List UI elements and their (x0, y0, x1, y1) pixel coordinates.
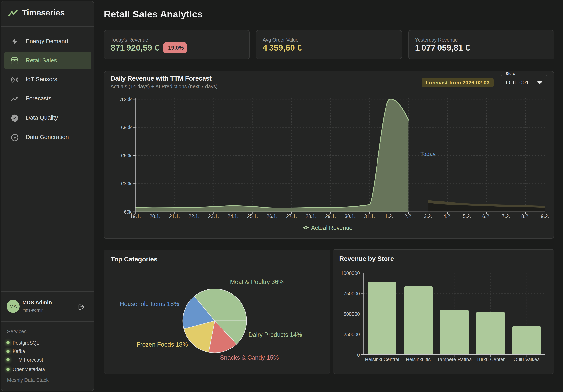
svg-text:Today: Today (420, 151, 436, 157)
svg-text:Frozen Foods 18%: Frozen Foods 18% (137, 341, 188, 348)
svg-text:4.2.: 4.2. (443, 213, 451, 219)
svg-text:Turku Center: Turku Center (476, 357, 505, 362)
svg-text:Meat & Poultry 36%: Meat & Poultry 36% (230, 278, 284, 285)
svg-text:27.1.: 27.1. (286, 213, 297, 219)
svg-text:1.2.: 1.2. (385, 213, 393, 219)
svg-text:9.2.: 9.2. (541, 213, 549, 219)
svg-text:23.1.: 23.1. (208, 213, 219, 219)
svg-text:7.2.: 7.2. (502, 213, 510, 219)
svg-text:6.2.: 6.2. (483, 213, 491, 219)
svg-text:30.1.: 30.1. (345, 213, 356, 219)
svg-text:Helsinki Central: Helsinki Central (365, 357, 399, 362)
svg-text:29.1.: 29.1. (325, 213, 336, 219)
svg-text:22.1.: 22.1. (189, 213, 200, 219)
svg-text:24.1.: 24.1. (228, 213, 239, 219)
svg-text:8.2.: 8.2. (522, 213, 530, 219)
svg-text:21.1.: 21.1. (169, 213, 180, 219)
svg-text:€60k: €60k (121, 153, 132, 158)
svg-text:Helsinki Itis: Helsinki Itis (406, 357, 431, 362)
svg-text:Tampere Ratina: Tampere Ratina (437, 357, 472, 362)
svg-text:250000: 250000 (344, 332, 360, 337)
svg-text:Household Items 18%: Household Items 18% (120, 301, 179, 307)
svg-text:20.1.: 20.1. (150, 213, 161, 219)
svg-text:Actual Revenue: Actual Revenue (311, 224, 353, 231)
svg-text:31.1.: 31.1. (364, 213, 375, 219)
svg-text:Oulu Valkea: Oulu Valkea (513, 357, 540, 362)
svg-text:€30k: €30k (121, 181, 132, 186)
svg-text:€90k: €90k (121, 125, 132, 130)
svg-text:€120k: €120k (118, 97, 132, 102)
svg-text:0: 0 (357, 352, 360, 357)
svg-text:26.1.: 26.1. (267, 213, 278, 219)
svg-text:Dairy Products 14%: Dairy Products 14% (248, 331, 302, 338)
svg-text:19.1.: 19.1. (130, 213, 141, 219)
svg-text:2.2.: 2.2. (404, 213, 412, 219)
svg-text:3.2.: 3.2. (424, 213, 432, 219)
svg-text:5.2.: 5.2. (463, 213, 471, 219)
svg-text:750000: 750000 (344, 291, 360, 296)
svg-text:Snacks & Candy 15%: Snacks & Candy 15% (220, 354, 279, 361)
svg-text:25.1.: 25.1. (247, 213, 258, 219)
svg-text:500000: 500000 (344, 311, 360, 317)
svg-text:28.1.: 28.1. (306, 213, 317, 219)
svg-text:1000000: 1000000 (341, 271, 360, 276)
svg-text:€0k: €0k (124, 209, 132, 215)
